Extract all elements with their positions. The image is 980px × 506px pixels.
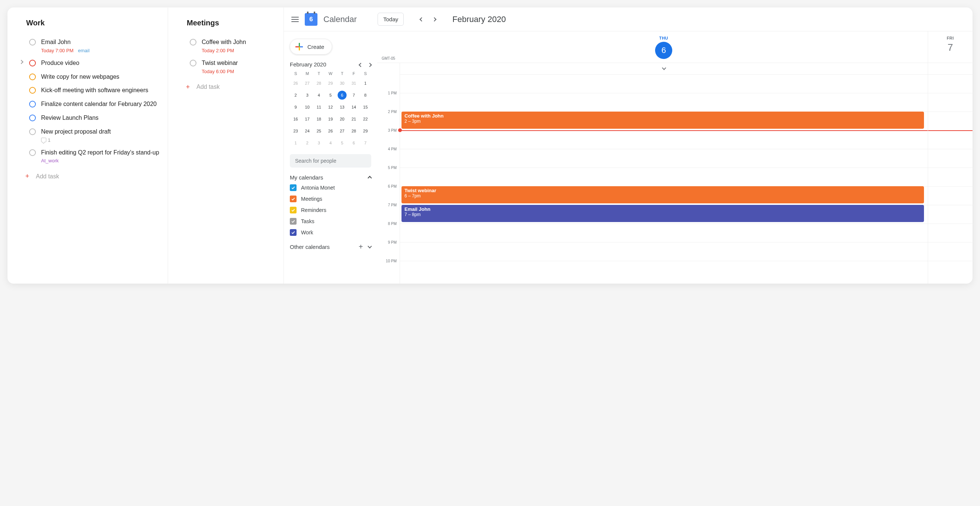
mini-day[interactable]: 29: [326, 79, 335, 88]
task-checkbox[interactable]: [29, 128, 36, 135]
task-checkbox[interactable]: [29, 87, 36, 94]
calendar-checkbox[interactable]: [290, 218, 296, 225]
other-calendars-toggle[interactable]: [368, 243, 371, 251]
mini-day[interactable]: 5: [337, 138, 347, 148]
mini-day[interactable]: 2: [303, 138, 312, 148]
create-button[interactable]: Create: [290, 39, 332, 54]
mini-day[interactable]: 21: [349, 114, 358, 124]
calendar-item[interactable]: Antonia Monet: [290, 184, 371, 191]
mini-dow: T: [337, 71, 348, 76]
mini-day[interactable]: 26: [326, 127, 335, 135]
calendar-checkbox[interactable]: [290, 229, 296, 236]
mini-day[interactable]: 2: [291, 91, 300, 100]
thu-column[interactable]: Coffee with John2 – 3pmTwist webinar6 – …: [399, 63, 928, 284]
task-row[interactable]: Twist webinarToday 6:00 PM: [179, 56, 276, 77]
task-row[interactable]: Review Launch Plans: [19, 111, 160, 125]
mini-day[interactable]: 13: [337, 103, 347, 111]
schedule-body[interactable]: 1 PM2 PM3 PM4 PM5 PM6 PM7 PM8 PM9 PM10 P…: [377, 63, 972, 284]
calendar-event[interactable]: Email John7 – 8pm: [401, 205, 924, 222]
task-row[interactable]: Email JohnToday 7:00 PMemail: [19, 35, 160, 56]
mini-day[interactable]: 17: [303, 114, 312, 124]
task-checkbox[interactable]: [190, 39, 196, 46]
mini-day[interactable]: 4: [315, 91, 323, 100]
calendar-item[interactable]: Reminders: [290, 207, 371, 213]
task-row[interactable]: Produce video: [19, 56, 160, 70]
mini-day[interactable]: 30: [337, 79, 347, 88]
mini-day[interactable]: 29: [361, 127, 370, 135]
expand-chevron-icon[interactable]: [19, 59, 24, 63]
day-header-thu[interactable]: THU 6: [399, 31, 928, 63]
menu-icon[interactable]: [291, 17, 299, 22]
mini-day[interactable]: 7: [349, 91, 358, 100]
mini-day[interactable]: 1: [291, 138, 300, 148]
mini-day[interactable]: 4: [326, 138, 335, 148]
mini-day[interactable]: 24: [303, 127, 312, 135]
mini-day[interactable]: 15: [361, 103, 370, 111]
mini-next-button[interactable]: [368, 62, 371, 68]
meetings-add-task[interactable]: + Add task: [179, 79, 276, 91]
task-row[interactable]: Kick-off meeting with software engineers: [19, 84, 160, 97]
calendar-event[interactable]: Twist webinar6 – 7pm: [401, 186, 924, 203]
mini-day[interactable]: 6: [337, 91, 347, 100]
task-checkbox[interactable]: [29, 39, 36, 46]
mini-day[interactable]: 20: [337, 114, 347, 124]
task-row[interactable]: Coffee with JohnToday 2:00 PM: [179, 35, 276, 56]
mini-day[interactable]: 18: [315, 114, 323, 124]
mini-prev-button[interactable]: [359, 62, 362, 68]
mini-day[interactable]: 3: [303, 91, 312, 100]
day-header-fri[interactable]: FRI 7: [928, 31, 972, 63]
calendar-item[interactable]: Tasks: [290, 218, 371, 225]
mini-day[interactable]: 6: [349, 138, 358, 148]
mini-day[interactable]: 27: [337, 127, 347, 135]
today-button[interactable]: Today: [378, 13, 404, 26]
add-calendar-button[interactable]: +: [358, 243, 363, 251]
calendar-event[interactable]: Coffee with John2 – 3pm: [401, 111, 924, 129]
mini-day[interactable]: 19: [326, 114, 335, 124]
next-period-button[interactable]: [430, 15, 439, 24]
mini-day[interactable]: 9: [291, 103, 300, 111]
mini-day[interactable]: 7: [361, 138, 370, 148]
mini-day[interactable]: 31: [349, 79, 358, 88]
mini-day[interactable]: 1: [361, 79, 370, 88]
comment-count[interactable]: 1: [41, 137, 51, 143]
mini-day[interactable]: 28: [315, 79, 323, 88]
mini-day[interactable]: 26: [291, 79, 300, 88]
prev-period-button[interactable]: [417, 15, 426, 24]
calendar-item[interactable]: Meetings: [290, 195, 371, 202]
calendar-logo-day: 6: [309, 16, 313, 23]
mini-day[interactable]: 12: [326, 103, 335, 111]
mini-day[interactable]: 8: [361, 91, 370, 100]
mini-day[interactable]: 5: [326, 91, 335, 100]
calendar-body: Create February 2020 SMTWTFS262728293031…: [284, 31, 972, 284]
calendar-checkbox[interactable]: [290, 207, 296, 213]
mini-day[interactable]: 27: [303, 79, 312, 88]
task-checkbox[interactable]: [29, 114, 36, 121]
task-row[interactable]: Finalize content calendar for February 2…: [19, 97, 160, 111]
search-people-input[interactable]: Search for people: [290, 154, 371, 168]
work-add-task[interactable]: + Add task: [19, 168, 160, 180]
mini-day[interactable]: 3: [315, 138, 323, 148]
mini-day[interactable]: 16: [291, 114, 300, 124]
task-row[interactable]: Write copy for new webpages: [19, 70, 160, 84]
task-checkbox[interactable]: [190, 60, 196, 67]
task-checkbox[interactable]: [29, 73, 36, 80]
mini-day[interactable]: 25: [315, 127, 323, 135]
mini-day[interactable]: 28: [349, 127, 358, 135]
mini-day[interactable]: 11: [315, 103, 323, 111]
mini-day[interactable]: 22: [361, 114, 370, 124]
mini-day[interactable]: 10: [303, 103, 312, 111]
task-row[interactable]: Finish editing Q2 report for Friday's st…: [19, 146, 160, 167]
task-checkbox[interactable]: [29, 101, 36, 108]
chevron-down-icon[interactable]: [663, 65, 665, 71]
calendar-checkbox[interactable]: [290, 184, 296, 191]
calendar-checkbox[interactable]: [290, 195, 296, 202]
calendar-item[interactable]: Work: [290, 229, 371, 236]
my-calendars-toggle[interactable]: My calendars: [290, 174, 371, 181]
mini-day[interactable]: 23: [291, 127, 300, 135]
fri-column[interactable]: [928, 63, 972, 284]
task-title: New project proposal draft: [41, 128, 160, 136]
task-row[interactable]: New project proposal draft1: [19, 125, 160, 146]
task-checkbox[interactable]: [29, 60, 36, 67]
mini-day[interactable]: 14: [349, 103, 358, 111]
task-checkbox[interactable]: [29, 149, 36, 156]
